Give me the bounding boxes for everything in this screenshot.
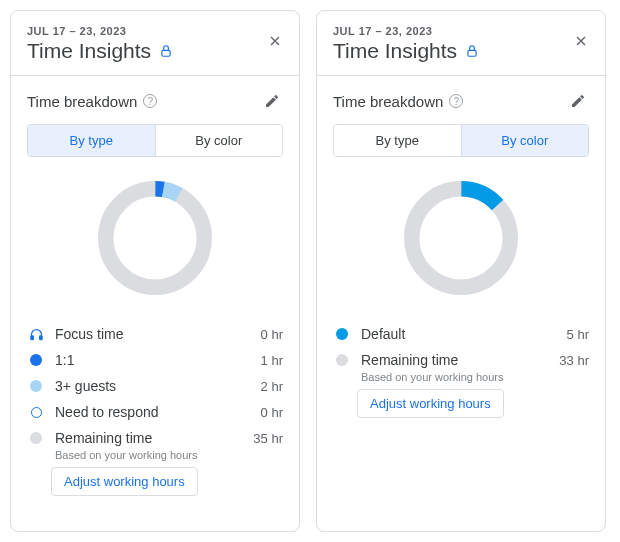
section-title: Time breakdown — [333, 93, 443, 110]
legend-label: 3+ guests — [55, 378, 261, 394]
tab-by-color[interactable]: By color — [461, 125, 589, 156]
legend-item-focus-time[interactable]: Focus time 0 hr — [27, 321, 283, 347]
adjust-working-hours-button[interactable]: Adjust working hours — [357, 389, 504, 418]
section-title: Time breakdown — [27, 93, 137, 110]
legend-label: Remaining time — [55, 430, 253, 446]
legend-item-need-to-respond[interactable]: Need to respond 0 hr — [27, 399, 283, 425]
help-icon[interactable]: ? — [449, 94, 463, 108]
panel-header: JUL 17 – 23, 2023 Time Insights — [11, 11, 299, 76]
segmented-control: By type By color — [27, 124, 283, 157]
legend-item-remaining[interactable]: Remaining time 35 hr — [27, 425, 283, 451]
legend: Default 5 hr Remaining time 33 hr Based … — [333, 321, 589, 418]
legend-value: 0 hr — [261, 327, 283, 342]
legend-label: Need to respond — [55, 404, 261, 420]
remaining-subtext: Based on your working hours — [55, 449, 283, 461]
edit-button[interactable] — [567, 90, 589, 112]
close-button[interactable] — [569, 29, 593, 53]
donut-chart — [333, 173, 589, 303]
legend-label: Default — [361, 326, 567, 342]
date-range: JUL 17 – 23, 2023 — [333, 25, 589, 37]
legend-value: 35 hr — [253, 431, 283, 446]
tab-by-color[interactable]: By color — [155, 125, 283, 156]
dot-icon — [27, 429, 45, 447]
help-icon[interactable]: ? — [143, 94, 157, 108]
legend-value: 1 hr — [261, 353, 283, 368]
svg-rect-4 — [30, 335, 33, 339]
lock-icon — [465, 44, 479, 58]
legend-label: Remaining time — [361, 352, 559, 368]
svg-rect-0 — [162, 50, 170, 56]
dot-icon — [333, 325, 351, 343]
legend-item-1-1[interactable]: 1:1 1 hr — [27, 347, 283, 373]
svg-rect-5 — [39, 335, 42, 339]
dot-icon — [27, 377, 45, 395]
legend-item-remaining[interactable]: Remaining time 33 hr — [333, 347, 589, 373]
legend-value: 2 hr — [261, 379, 283, 394]
lock-icon — [159, 44, 173, 58]
segmented-control: By type By color — [333, 124, 589, 157]
svg-point-1 — [106, 189, 205, 288]
tab-by-type[interactable]: By type — [28, 125, 155, 156]
adjust-working-hours-button[interactable]: Adjust working hours — [51, 467, 198, 496]
legend-item-3plus-guests[interactable]: 3+ guests 2 hr — [27, 373, 283, 399]
svg-rect-6 — [468, 50, 476, 56]
ring-icon — [27, 403, 45, 421]
tab-by-type[interactable]: By type — [334, 125, 461, 156]
dot-icon — [27, 351, 45, 369]
donut-chart — [27, 173, 283, 303]
remaining-subtext: Based on your working hours — [361, 371, 589, 383]
legend-value: 33 hr — [559, 353, 589, 368]
edit-button[interactable] — [261, 90, 283, 112]
dot-icon — [333, 351, 351, 369]
time-insights-panel: JUL 17 – 23, 2023 Time Insights Time bre… — [316, 10, 606, 532]
legend-value: 0 hr — [261, 405, 283, 420]
page-title: Time Insights — [27, 39, 151, 63]
page-title: Time Insights — [333, 39, 457, 63]
legend-label: 1:1 — [55, 352, 261, 368]
legend-value: 5 hr — [567, 327, 589, 342]
legend: Focus time 0 hr 1:1 1 hr 3+ guests 2 hr … — [27, 321, 283, 496]
panel-header: JUL 17 – 23, 2023 Time Insights — [317, 11, 605, 76]
time-insights-panel: JUL 17 – 23, 2023 Time Insights Time bre… — [10, 10, 300, 532]
headphones-icon — [27, 325, 45, 343]
close-button[interactable] — [263, 29, 287, 53]
date-range: JUL 17 – 23, 2023 — [27, 25, 283, 37]
legend-item-default[interactable]: Default 5 hr — [333, 321, 589, 347]
legend-label: Focus time — [55, 326, 261, 342]
